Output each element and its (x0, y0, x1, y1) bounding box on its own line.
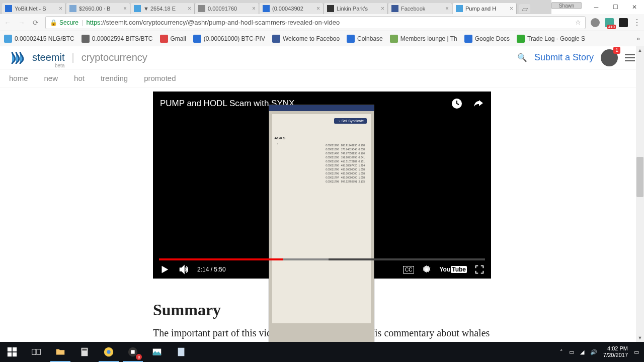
bookmark-item[interactable]: Coinbase (347, 35, 383, 43)
new-tab-button[interactable]: ▱ (519, 4, 530, 13)
reload-button[interactable]: ⟳ (31, 18, 40, 27)
close-icon[interactable]: × (59, 5, 62, 12)
svg-point-11 (107, 350, 110, 353)
minimize-button[interactable]: ─ (587, 0, 606, 14)
bookmark-item[interactable]: Google Docs (464, 35, 510, 43)
scroll-thumb[interactable] (636, 157, 643, 197)
close-icon[interactable]: × (510, 5, 513, 12)
asks-label: ASKS (274, 136, 369, 140)
tab-title: Linkin Park's (337, 6, 368, 12)
bookmark-item[interactable]: Gmail (160, 35, 186, 43)
ext-badge: 410 (607, 25, 616, 29)
fullscreen-icon[interactable] (474, 264, 485, 275)
viewport: PUMP and HODL Scam with SYNX → Sell Synd… (0, 87, 644, 342)
tab-title: (0.00043902 (272, 6, 303, 12)
play-icon[interactable] (159, 264, 170, 275)
photos-icon[interactable] (145, 342, 169, 362)
cc-icon[interactable]: CC (403, 266, 414, 274)
wifi-icon[interactable]: ◢ (580, 349, 584, 355)
nav-promoted[interactable]: promoted (144, 74, 176, 82)
file-explorer-icon[interactable] (48, 342, 72, 362)
bookmark-item[interactable]: 0.00002415 NLG/BTC (4, 35, 74, 43)
url-scheme: https (86, 19, 100, 26)
watch-later-icon[interactable] (451, 98, 463, 110)
lock-icon: 🔒 (50, 19, 57, 26)
volume-icon[interactable] (178, 264, 189, 275)
tab-3[interactable]: 0.00091760× (195, 3, 259, 14)
tab-title: 0.00091760 (208, 6, 237, 12)
windows-taskbar: 8 ˄ ▭ ◢ 🔊 4:02 PM 7/20/2017 ▭ (0, 342, 644, 362)
steemit-logo-icon[interactable] (9, 50, 25, 66)
ext-icon-1[interactable] (591, 18, 600, 27)
video-frame: → Sell Syndicate ASKS • 0.00021200 886.9… (269, 105, 374, 342)
back-button[interactable]: ← (3, 18, 12, 27)
page-scrollbar[interactable]: ▲ ▼ (636, 46, 644, 342)
ext-icon-3[interactable] (619, 18, 628, 27)
tray-clock[interactable]: 4:02 PM 7/20/2017 (603, 345, 628, 358)
tab-5[interactable]: Linkin Park's× (324, 3, 388, 14)
tab-title: ▼ 2654.18 E (143, 6, 176, 12)
task-view-icon[interactable] (24, 342, 48, 362)
close-window-button[interactable]: ✕ (625, 0, 644, 14)
topic-label[interactable]: cryptocurrency (82, 52, 147, 63)
youtube-logo-icon[interactable]: YouTube (439, 266, 467, 273)
share-icon[interactable] (472, 98, 484, 110)
nav-hot[interactable]: hot (74, 74, 85, 82)
hamburger-icon[interactable] (625, 54, 635, 61)
bookmark-item[interactable]: Members lounge | Th (390, 35, 457, 43)
settings-icon[interactable] (421, 264, 432, 275)
tab-2[interactable]: ▼ 2654.18 E× (131, 3, 195, 14)
close-icon[interactable]: × (123, 5, 127, 12)
avatar[interactable]: 1 (601, 49, 618, 66)
svg-rect-4 (8, 352, 12, 356)
bookmark-item[interactable]: (0.00061000) BTC-PIV (193, 35, 265, 43)
battery-icon[interactable]: ▭ (569, 349, 574, 355)
chrome-icon[interactable] (97, 342, 121, 362)
extension-icons: 410 ⋮ (591, 18, 641, 27)
youtube-embed[interactable]: PUMP and HODL Scam with SYNX → Sell Synd… (153, 92, 491, 279)
submit-story-link[interactable]: Submit a Story (534, 52, 594, 63)
tab-title: YoBit.Net - S (15, 6, 46, 12)
tab-0[interactable]: YoBit.Net - S× (2, 3, 66, 14)
close-icon[interactable]: × (381, 5, 384, 12)
url-path: ://steemit.com/cryptocurrency/@ashr/pump… (101, 19, 340, 26)
tab-1[interactable]: $2660.00 · B× (66, 3, 130, 14)
search-icon[interactable]: 🔍 (517, 53, 527, 62)
bookmark-item[interactable]: Welcome to Faceboo (272, 35, 340, 43)
notepad-icon[interactable] (169, 342, 193, 362)
nav-new[interactable]: new (44, 74, 58, 82)
start-button[interactable] (0, 342, 24, 362)
bookmarks-overflow-icon[interactable]: » (636, 35, 640, 42)
scroll-up-icon[interactable]: ▲ (636, 46, 644, 54)
calculator-icon[interactable] (72, 342, 97, 362)
nav-trending[interactable]: trending (101, 74, 128, 82)
app-icon[interactable]: 8 (121, 342, 145, 362)
tray-chevron-icon[interactable]: ˄ (560, 349, 563, 355)
bookmark-item[interactable]: 0.00002594 BITS/BTC (82, 35, 153, 43)
volume-tray-icon[interactable]: 🔊 (590, 349, 597, 355)
brand-name[interactable]: steemitbeta (32, 52, 64, 63)
svg-rect-2 (8, 347, 12, 351)
tab-title: Facebook (401, 6, 425, 12)
notifications-icon[interactable]: ▭ (634, 349, 639, 355)
tab-4[interactable]: (0.00043902× (260, 3, 324, 14)
ext-icon-2[interactable]: 410 (605, 18, 614, 27)
nav-home[interactable]: home (9, 74, 28, 82)
url-box[interactable]: 🔒Secure | https://steemit.com/cryptocurr… (45, 16, 586, 29)
tab-6[interactable]: Facebook× (388, 3, 452, 14)
bookmark-star-icon[interactable]: ☆ (575, 19, 581, 26)
sell-button: → Sell Syndicate (334, 118, 367, 124)
close-icon[interactable]: × (445, 5, 449, 12)
close-icon[interactable]: × (188, 5, 191, 12)
scroll-down-icon[interactable]: ▼ (636, 334, 644, 342)
profile-chip[interactable]: Shawn (551, 2, 582, 9)
chrome-menu-icon[interactable]: ⋮ (633, 18, 641, 27)
system-tray: ˄ ▭ ◢ 🔊 4:02 PM 7/20/2017 ▭ (555, 345, 644, 358)
close-icon[interactable]: × (316, 5, 320, 12)
tab-7-active[interactable]: Pump and H× (453, 3, 517, 14)
bookmark-item[interactable]: Trade Log - Google S (517, 35, 585, 43)
forward-button[interactable]: → (17, 18, 26, 27)
maximize-button[interactable]: ☐ (606, 0, 625, 14)
tabstrip: YoBit.Net - S× $2660.00 · B× ▼ 2654.18 E… (0, 0, 551, 14)
close-icon[interactable]: × (252, 5, 256, 12)
